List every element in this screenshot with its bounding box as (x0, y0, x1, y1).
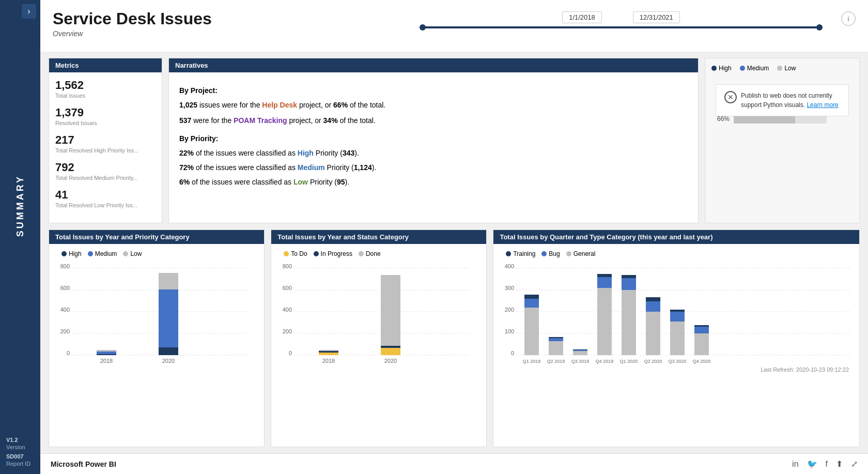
svg-text:200: 200 (505, 307, 514, 313)
metric-value-2: 217 (55, 133, 156, 147)
svg-rect-13 (159, 347, 178, 355)
legend-high-label: High (719, 65, 732, 72)
c3-bug-dot (541, 251, 547, 256)
svg-rect-58 (597, 288, 612, 355)
svg-rect-51 (549, 338, 563, 341)
last-refresh: Last Refresh: 2020-10-23 09:12:22 (500, 364, 853, 375)
svg-text:Q4 2020: Q4 2020 (693, 359, 711, 364)
brand-label: Microsoft Power BI (51, 460, 116, 468)
svg-text:200: 200 (283, 328, 292, 334)
chart-quarter-panel: Total Issues by Quarter and Type Categor… (493, 230, 860, 447)
c2-todo-label: To Do (291, 250, 307, 257)
narrative-66pct: 66% (333, 101, 348, 109)
close-button[interactable]: ✕ (724, 91, 737, 103)
p2-mid: of the issues were classified as (194, 163, 298, 172)
svg-rect-68 (646, 297, 660, 301)
c1-legend-high: High (61, 250, 82, 257)
legend-low: Low (777, 65, 796, 72)
chart3-body: Training Bug General 0 (493, 244, 859, 447)
c2-done-dot (359, 251, 364, 256)
metric-label-3: Total Resolved Medium Priority... (55, 175, 156, 181)
svg-text:Q3 2019: Q3 2019 (571, 359, 590, 364)
narrative-helpdesk-link[interactable]: Help Desk (262, 101, 297, 109)
svg-rect-64 (622, 275, 636, 278)
chart2-body: To Do In Progress Done 0 200 (271, 244, 486, 447)
p3-low-link[interactable]: Low (293, 178, 308, 186)
date-slider[interactable] (420, 26, 823, 28)
sidebar-bottom: V1.2 Version SD007 Report ID (0, 431, 40, 474)
c3-training-label: Training (513, 250, 535, 257)
metric-total-issues: 1,562 Total Issues (55, 79, 156, 99)
svg-rect-59 (597, 277, 612, 288)
bar-66-label: 66% (711, 115, 730, 123)
svg-text:2018: 2018 (322, 358, 335, 364)
p1-high-link[interactable]: High (298, 149, 314, 157)
metrics-header: Metrics (49, 58, 162, 72)
low-dot (777, 66, 782, 71)
chart-status-panel: Total Issues by Year and Status Category… (271, 230, 487, 447)
priority-line2: 72% of the issues were classified as Med… (179, 162, 688, 174)
metric-value-4: 41 (55, 188, 156, 202)
chart-priority-panel: Total Issues by Year and Priority Catego… (49, 230, 265, 447)
chart-right-panel: High Medium Low 59% (705, 58, 860, 223)
chart2-legend: To Do In Progress Done (277, 248, 480, 259)
svg-rect-31 (381, 348, 400, 355)
twitter-icon[interactable]: 🐦 (807, 459, 817, 469)
svg-text:Q1 2019: Q1 2019 (523, 359, 541, 364)
info-button[interactable]: i (841, 11, 856, 26)
chart2-svg: 0 200 400 600 800 (277, 259, 480, 363)
linkedin-icon[interactable]: in (792, 460, 798, 469)
p1-end: Priority ( (314, 149, 343, 157)
date-range-control[interactable]: 1/1/2018 12/31/2021 (409, 11, 833, 28)
c3-bug-label: Bug (549, 250, 560, 257)
sidebar-collapse-button[interactable]: › (22, 4, 36, 19)
top-row: Metrics 1,562 Total Issues 1,379 Resolve… (49, 58, 860, 223)
c1-low-label: Low (130, 250, 142, 257)
c2-legend-todo: To Do (284, 250, 307, 257)
svg-text:2018: 2018 (100, 358, 113, 364)
date-end[interactable]: 12/31/2021 (633, 11, 680, 23)
c2-inprogress-dot (314, 251, 319, 256)
c3-legend-bug: Bug (541, 250, 560, 257)
narrative-1025: 1,025 (179, 101, 197, 109)
chart1-legend: High Medium Low (55, 248, 258, 259)
p1-pct: 22% (179, 149, 194, 157)
svg-text:100: 100 (505, 328, 514, 334)
svg-text:0: 0 (289, 350, 292, 356)
c1-medium-label: Medium (95, 250, 117, 257)
metric-value-1: 1,379 (55, 106, 156, 119)
date-start[interactable]: 1/1/2018 (562, 11, 602, 23)
share-icon[interactable]: ⬆ (836, 459, 843, 469)
c1-high-label: High (69, 250, 82, 257)
p3-num: 95 (337, 178, 345, 186)
svg-rect-46 (524, 308, 539, 355)
expand-icon[interactable]: ⤢ (851, 459, 858, 469)
narrative-line1-mid1: issues were for the (197, 101, 262, 109)
metrics-panel: Metrics 1,562 Total Issues 1,379 Resolve… (49, 58, 162, 223)
svg-rect-33 (381, 275, 400, 346)
learn-more-link[interactable]: Learn more (807, 101, 838, 109)
metric-value-3: 792 (55, 161, 156, 174)
svg-rect-52 (549, 337, 563, 338)
svg-rect-70 (670, 322, 685, 355)
svg-rect-14 (159, 289, 178, 347)
page-subtitle: Overview (53, 29, 409, 38)
c3-training-dot (506, 251, 511, 256)
svg-text:200: 200 (60, 328, 70, 334)
svg-rect-54 (573, 351, 587, 355)
metric-resolved-issues: 1,379 Resolved Issues (55, 106, 156, 126)
facebook-icon[interactable]: f (826, 460, 828, 469)
svg-text:Q2 2019: Q2 2019 (547, 359, 565, 364)
svg-text:800: 800 (283, 263, 292, 269)
error-message: Publish to web does not currently suppor… (741, 91, 840, 110)
svg-rect-66 (646, 312, 660, 355)
sidebar-version: V1.2 (6, 437, 34, 443)
p2-end: Priority ( (325, 163, 354, 172)
p2-medium-link[interactable]: Medium (298, 163, 325, 172)
chart1-body: High Medium Low 0 (49, 244, 264, 447)
legend-high: High (711, 65, 732, 72)
c1-medium-dot (88, 251, 93, 256)
narrative-poam-link[interactable]: POAM Tracking (234, 116, 287, 125)
narrative-line2: 537 were for the POAM Tracking project, … (179, 115, 688, 127)
c2-legend-done: Done (359, 250, 381, 257)
